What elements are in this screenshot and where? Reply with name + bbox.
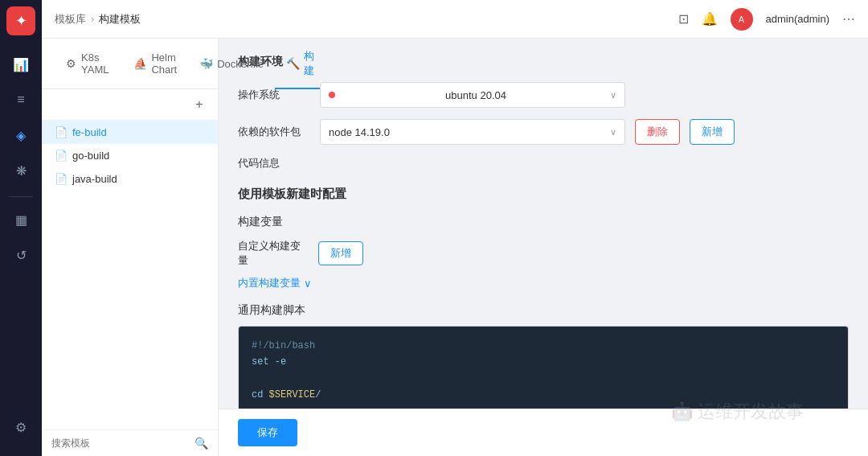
add-template-button[interactable]: + <box>190 96 208 113</box>
tree-item-go-build[interactable]: 📄 go-build <box>42 144 218 167</box>
tab-k8s-yaml[interactable]: ⚙ K8s YAML <box>55 42 122 87</box>
os-dot <box>329 92 335 98</box>
content-scroll: 构建环境 操作系统 ubuntu 20.04 ∨ 依赖的软件包 node 14.… <box>219 39 868 409</box>
breadcrumb-current: 构建模板 <box>99 12 141 27</box>
add-dep-button[interactable]: 新增 <box>690 119 735 145</box>
monitor-icon[interactable]: ⊡ <box>678 11 689 27</box>
os-chevron-down-icon: ∨ <box>610 90 616 101</box>
breadcrumb-separator: › <box>91 13 94 25</box>
tree-item-java-build[interactable]: 📄 java-build <box>42 167 218 191</box>
dashboard-icon[interactable]: 📊 <box>5 48 37 80</box>
content-body: ⚙ K8s YAML ⛵ Helm Chart 🐳 Dockerfile 🔨 构… <box>42 39 868 456</box>
refresh-icon[interactable]: ↺ <box>5 239 37 271</box>
main-area: 模板库 › 构建模板 ⊡ 🔔 A admin(admin) ⋯ ⚙ K8s YA… <box>42 0 868 456</box>
custom-var-row: 自定义构建变量 新增 <box>238 239 849 268</box>
builtin-var-toggle[interactable]: 内置构建变量 ∨ <box>238 276 849 290</box>
build-icon: 🔨 <box>286 57 299 70</box>
delete-button[interactable]: 删除 <box>635 119 680 145</box>
right-content: 构建环境 操作系统 ubuntu 20.04 ∨ 依赖的软件包 node 14.… <box>219 39 868 456</box>
os-value: ubuntu 20.04 <box>445 89 506 101</box>
script-title: 通用构建脚本 <box>238 303 849 318</box>
header-actions: ⊡ 🔔 A admin(admin) ⋯ <box>678 8 855 31</box>
os-select[interactable]: ubuntu 20.04 ∨ <box>320 82 625 108</box>
puzzle-icon[interactable]: ◈ <box>5 119 37 151</box>
helm-icon: ⛵ <box>133 57 146 70</box>
tab-helm-chart-label: Helm Chart <box>151 51 177 76</box>
settings-icon[interactable]: ⚙ <box>5 411 37 443</box>
tab-build[interactable]: 🔨 构建 <box>275 39 326 89</box>
tree-item-go-label: go-build <box>72 150 109 162</box>
new-var-button[interactable]: 新增 <box>318 241 363 265</box>
tab-build-label: 构建 <box>304 49 314 78</box>
sidebar-divider <box>9 196 33 197</box>
builtin-var-chevron-down-icon: ∨ <box>304 277 312 290</box>
save-button[interactable]: 保存 <box>238 419 297 446</box>
deps-row: 依赖的软件包 node 14.19.0 ∨ 删除 新增 <box>238 119 849 145</box>
top-header: 模板库 › 构建模板 ⊡ 🔔 A admin(admin) ⋯ <box>42 0 868 39</box>
use-template-title: 使用模板新建时配置 <box>238 187 849 202</box>
os-label: 操作系统 <box>238 88 310 102</box>
robot-icon[interactable]: ❋ <box>5 154 37 187</box>
tab-dockerfile[interactable]: 🐳 Dockerfile <box>188 47 275 81</box>
code-line-empty-1 <box>252 371 835 387</box>
tree-search-bar: 🔍 <box>42 429 218 456</box>
search-input[interactable] <box>51 438 190 449</box>
tree-header: + <box>42 89 218 121</box>
code-line-1: #!/bin/bash <box>252 338 835 354</box>
tab-k8s-yaml-label: K8s YAML <box>81 51 111 76</box>
left-panel: ⚙ K8s YAML ⛵ Helm Chart 🐳 Dockerfile 🔨 构… <box>42 39 219 456</box>
tree-item-fe-label: fe-build <box>72 126 107 138</box>
k8s-icon: ⚙ <box>66 57 76 70</box>
docker-icon: 🐳 <box>199 57 212 70</box>
template-tree: 📄 fe-build 📄 go-build 📄 java-build <box>42 121 218 191</box>
build-vars-title: 构建变量 <box>238 215 849 229</box>
deps-chevron-down-icon: ∨ <box>610 127 616 138</box>
code-line-3: cd $SERVICE/ <box>252 387 835 403</box>
bell-icon[interactable]: 🔔 <box>702 11 718 27</box>
deps-label: 依赖的软件包 <box>238 125 310 139</box>
file-icon-go: 📄 <box>55 150 68 162</box>
more-icon[interactable]: ⋯ <box>842 11 855 27</box>
tree-item-java-label: java-build <box>72 173 117 185</box>
app-logo[interactable]: ✦ <box>6 6 35 35</box>
tab-dockerfile-label: Dockerfile <box>217 58 264 70</box>
code-editor[interactable]: #!/bin/bash set -e cd $SERVICE/ npm conf… <box>238 326 849 409</box>
os-row: 操作系统 ubuntu 20.04 ∨ <box>238 82 849 108</box>
tree-item-fe-build[interactable]: 📄 fe-build <box>42 121 218 144</box>
avatar: A <box>731 8 753 31</box>
avatar-text: A <box>739 14 744 24</box>
list-icon[interactable]: ≡ <box>5 84 37 116</box>
tab-helm-chart[interactable]: ⛵ Helm Chart <box>122 42 188 87</box>
deps-select[interactable]: node 14.19.0 ∨ <box>320 119 625 145</box>
breadcrumb-parent[interactable]: 模板库 <box>55 12 86 27</box>
code-line-2: set -e <box>252 354 835 370</box>
code-info-row: 代码信息 <box>238 156 849 175</box>
file-icon-java: 📄 <box>55 173 68 185</box>
env-section-title: 构建环境 <box>238 55 849 69</box>
sidebar: ✦ 📊 ≡ ◈ ❋ ▦ ↺ ⚙ <box>0 0 42 456</box>
admin-label: admin(admin) <box>766 13 829 25</box>
search-icon: 🔍 <box>194 437 208 450</box>
custom-var-label: 自定义构建变量 <box>238 239 310 268</box>
breadcrumb: 模板库 › 构建模板 <box>55 12 141 27</box>
chart-icon[interactable]: ▦ <box>5 203 37 236</box>
main-tabs-bar: ⚙ K8s YAML ⛵ Helm Chart 🐳 Dockerfile 🔨 构… <box>42 39 218 89</box>
builtin-var-label: 内置构建变量 <box>238 276 301 290</box>
deps-value: node 14.19.0 <box>329 126 390 138</box>
file-icon-fe: 📄 <box>55 126 68 138</box>
save-bar: 保存 <box>219 409 868 456</box>
code-info-label: 代码信息 <box>238 156 280 170</box>
